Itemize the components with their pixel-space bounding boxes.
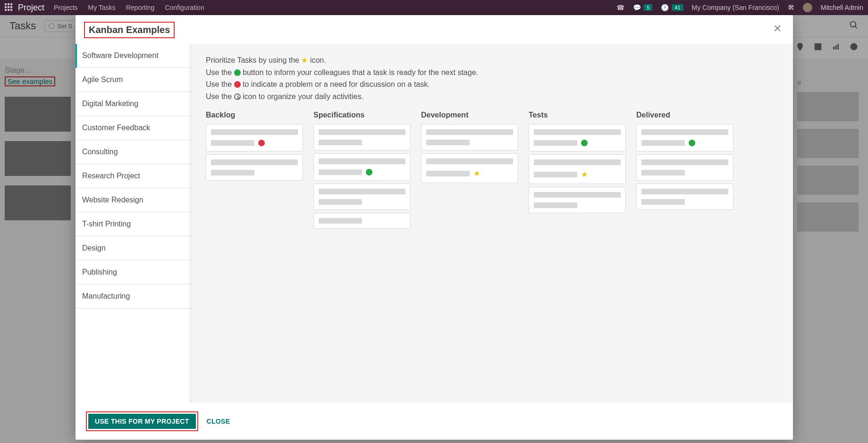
menu-my-tasks[interactable]: My Tasks [88,4,116,11]
kanban-card [636,154,733,181]
brand-title[interactable]: Project [18,3,44,13]
star-icon: ★ [581,170,588,179]
kanban-preview: BacklogSpecificationsDevelopment★Tests★D… [206,111,783,232]
kanban-card [313,184,411,210]
kanban-card [421,124,518,150]
kanban-card [313,124,411,150]
modal-body: Software DevelopmentAgile ScrumDigital M… [76,44,793,403]
use-this-for-my-project-button[interactable]: USE THIS FOR MY PROJECT [88,414,196,429]
kanban-column-title: Specifications [313,111,411,119]
sidebar-item[interactable]: Manufacturing [76,284,191,309]
topbar-menu: Projects My Tasks Reporting Configuratio… [54,4,204,11]
red-dot-icon [234,81,241,88]
sidebar-item[interactable]: Website Redesign [76,188,191,212]
menu-projects[interactable]: Projects [54,4,78,11]
topbar: Project Projects My Tasks Reporting Conf… [0,0,868,15]
kanban-card [636,184,733,210]
close-button[interactable]: CLOSE [207,418,230,425]
green-dot-icon [366,169,372,176]
kanban-card: ★ [421,153,518,183]
kanban-column: Specifications [313,111,411,232]
activities-badge: 41 [672,4,683,11]
kanban-card [529,187,626,213]
green-dot-icon [234,69,241,76]
user-name[interactable]: Mitchell Admin [821,4,863,11]
company-switcher[interactable]: My Company (San Francisco) [692,4,779,11]
kanban-column-title: Development [421,111,518,119]
modal-sidebar: Software DevelopmentAgile ScrumDigital M… [76,44,192,403]
sidebar-item[interactable]: Agile Scrum [76,68,191,92]
star-icon: ★ [301,56,308,64]
kanban-column-title: Tests [529,111,626,119]
messages-indicator[interactable]: 💬5 [633,4,652,11]
activities-indicator[interactable]: 🕐41 [661,4,683,11]
close-icon[interactable]: ✕ [771,22,784,36]
apps-icon[interactable] [5,3,13,12]
clock-icon [234,93,241,100]
kanban-card [529,124,626,151]
sidebar-item[interactable]: T-shirt Printing [76,212,191,236]
kanban-column: Delivered [636,111,733,232]
kanban-card: ★ [529,154,626,184]
kanban-column-title: Backlog [206,111,303,119]
sidebar-item[interactable]: Consulting [76,140,191,164]
kanban-card [636,124,733,151]
modal-footer: USE THIS FOR MY PROJECT CLOSE [76,403,793,440]
kanban-column: Backlog [206,111,303,232]
kanban-card [206,154,303,181]
green-dot-icon [689,140,695,146]
green-dot-icon [581,140,588,146]
kanban-card [313,213,411,229]
menu-reporting[interactable]: Reporting [126,4,155,11]
sidebar-item[interactable]: Research Project [76,164,191,188]
star-icon: ★ [473,169,480,178]
kanban-examples-modal: Kanban Examples ✕ Software DevelopmentAg… [76,15,793,440]
messages-badge: 5 [644,4,652,11]
modal-header: Kanban Examples ✕ [76,15,793,44]
menu-configuration[interactable]: Configuration [165,4,204,11]
sidebar-item[interactable]: Design [76,236,191,260]
kanban-card [313,153,411,181]
red-dot-icon [258,140,265,146]
sidebar-item[interactable]: Publishing [76,260,191,284]
sidebar-item[interactable]: Software Development [76,44,191,68]
sidebar-item[interactable]: Digital Marketing [76,92,191,116]
kanban-column: Tests★ [529,111,626,232]
instructions: Prioritize Tasks by using the ★ icon. Us… [206,54,783,102]
modal-content: Prioritize Tasks by using the ★ icon. Us… [192,44,793,403]
avatar[interactable] [803,3,812,12]
sidebar-item[interactable]: Customer Feedback [76,116,191,140]
kanban-column: Development★ [421,111,518,232]
kanban-column-title: Delivered [636,111,733,119]
debug-icon[interactable]: 🛠 [788,4,794,11]
modal-title: Kanban Examples [84,22,175,38]
kanban-card [206,124,303,151]
primary-button-highlight: USE THIS FOR MY PROJECT [86,411,198,431]
support-icon[interactable]: ☎ [616,4,624,11]
topbar-right: ☎ 💬5 🕐41 My Company (San Francisco) 🛠 Mi… [616,3,863,12]
